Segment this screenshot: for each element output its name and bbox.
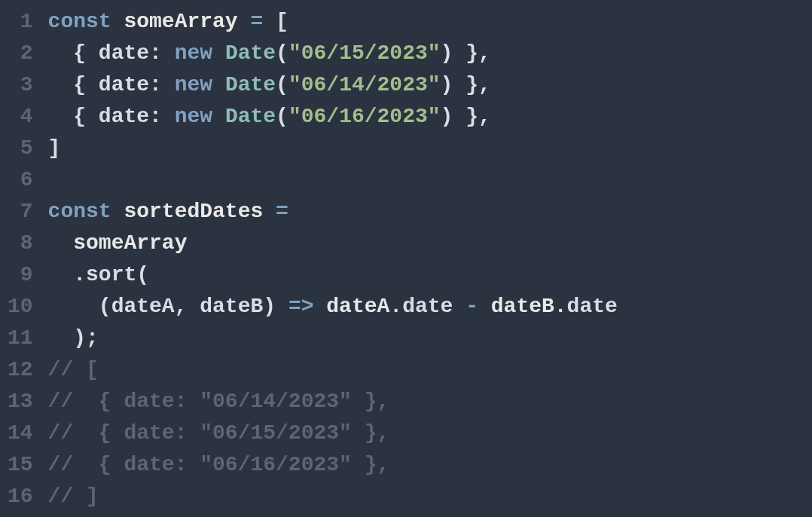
operator-eq: = xyxy=(238,10,276,33)
code-line[interactable]: const someArray = [ xyxy=(48,6,618,38)
dot: . xyxy=(389,295,402,318)
dot: . xyxy=(554,295,567,318)
identifier: dateA xyxy=(326,295,389,318)
colon: : xyxy=(149,73,175,96)
indent xyxy=(48,41,74,65)
open-paren: ( xyxy=(276,73,288,96)
code-line[interactable]: { date: new Date("06/16/2023") }, xyxy=(48,101,618,133)
comma: , xyxy=(175,295,200,318)
property: date xyxy=(567,295,618,318)
code-line[interactable]: { date: new Date("06/15/2023") }, xyxy=(48,38,618,69)
line-number: 4 xyxy=(20,101,33,133)
close-paren: ) xyxy=(263,295,276,318)
line-number: 5 xyxy=(20,133,33,164)
code-line-empty[interactable] xyxy=(48,164,618,196)
space xyxy=(111,200,124,223)
space xyxy=(111,10,124,33)
space xyxy=(212,105,225,128)
line-number: 8 xyxy=(20,228,33,259)
open-paren: ( xyxy=(99,295,111,318)
line-number: 12 xyxy=(8,354,33,386)
keyword-const: const xyxy=(48,200,111,223)
line-number: 10 xyxy=(8,291,33,323)
code-line[interactable]: .sort( xyxy=(48,259,618,291)
line-number: 14 xyxy=(8,418,33,449)
keyword-new: new xyxy=(175,73,212,96)
comment: // { date: "06/14/2023" }, xyxy=(48,390,390,413)
space xyxy=(212,73,225,96)
comma: , xyxy=(478,73,491,96)
identifier: dateB xyxy=(491,295,554,318)
keyword-new: new xyxy=(175,41,212,65)
code-line[interactable]: // { date: "06/16/2023" }, xyxy=(48,449,618,481)
parameter: dateA xyxy=(111,295,175,318)
property: date xyxy=(99,41,149,65)
string-literal: "06/15/2023" xyxy=(288,41,441,65)
class-name: Date xyxy=(225,73,276,96)
line-number: 16 xyxy=(8,481,33,512)
space xyxy=(212,41,225,65)
identifier: someArray xyxy=(73,231,187,255)
close-paren: ) xyxy=(441,105,453,128)
indent xyxy=(48,73,74,96)
comment: // { date: "06/15/2023" }, xyxy=(48,421,390,445)
code-line[interactable]: const sortedDates = xyxy=(48,196,618,228)
code-line[interactable]: // { date: "06/14/2023" }, xyxy=(48,386,618,418)
keyword-const: const xyxy=(48,10,111,33)
property: date xyxy=(99,73,149,96)
indent xyxy=(48,326,74,350)
code-line[interactable]: // ] xyxy=(48,481,618,512)
open-paren: ( xyxy=(136,263,149,286)
line-number: 13 xyxy=(8,386,33,418)
line-number: 2 xyxy=(20,38,33,69)
open-bracket: [ xyxy=(276,10,288,33)
operator-eq: = xyxy=(263,200,301,223)
comment: // { date: "06/16/2023" }, xyxy=(48,453,390,476)
close-paren: ) xyxy=(441,73,453,96)
code-content[interactable]: const someArray = [ { date: new Date("06… xyxy=(48,6,618,512)
open-brace: { xyxy=(73,73,99,96)
keyword-new: new xyxy=(175,105,212,128)
code-line[interactable]: someArray xyxy=(48,228,618,259)
string-literal: "06/16/2023" xyxy=(288,105,441,128)
code-line[interactable]: // [ xyxy=(48,354,618,386)
line-number: 9 xyxy=(20,259,33,291)
class-name: Date xyxy=(225,105,276,128)
operator-minus: - xyxy=(453,295,490,318)
line-number-gutter: 1 2 3 4 5 6 7 8 9 10 11 12 13 14 15 16 xyxy=(0,6,48,512)
close-bracket: ] xyxy=(48,136,61,160)
code-line[interactable]: { date: new Date("06/14/2023") }, xyxy=(48,69,618,101)
colon: : xyxy=(149,105,175,128)
comma: , xyxy=(478,105,491,128)
code-line[interactable]: ); xyxy=(48,323,618,354)
line-number: 6 xyxy=(20,164,33,196)
comma: , xyxy=(478,41,491,65)
close-brace: } xyxy=(453,105,478,128)
code-line[interactable]: ] xyxy=(48,133,618,164)
open-brace: { xyxy=(73,105,99,128)
code-line[interactable]: (dateA, dateB) => dateA.date - dateB.dat… xyxy=(48,291,618,323)
indent xyxy=(48,263,74,286)
comment: // [ xyxy=(48,358,99,381)
code-editor[interactable]: 1 2 3 4 5 6 7 8 9 10 11 12 13 14 15 16 c… xyxy=(0,6,812,512)
identifier: sortedDates xyxy=(124,200,263,223)
property: date xyxy=(99,105,149,128)
indent xyxy=(48,295,99,318)
identifier: someArray xyxy=(124,10,237,33)
close-brace: } xyxy=(453,73,478,96)
line-number: 3 xyxy=(20,69,33,101)
close-paren: ) xyxy=(73,326,86,350)
line-number: 7 xyxy=(20,196,33,228)
property: date xyxy=(402,295,453,318)
parameter: dateB xyxy=(200,295,263,318)
indent xyxy=(48,105,74,128)
line-number: 15 xyxy=(8,449,33,481)
method-name: sort xyxy=(86,263,136,286)
dot: . xyxy=(73,263,86,286)
semicolon: ; xyxy=(86,326,99,350)
class-name: Date xyxy=(225,41,276,65)
indent xyxy=(48,231,74,255)
open-paren: ( xyxy=(276,105,288,128)
string-literal: "06/14/2023" xyxy=(288,73,441,96)
code-line[interactable]: // { date: "06/15/2023" }, xyxy=(48,418,618,449)
